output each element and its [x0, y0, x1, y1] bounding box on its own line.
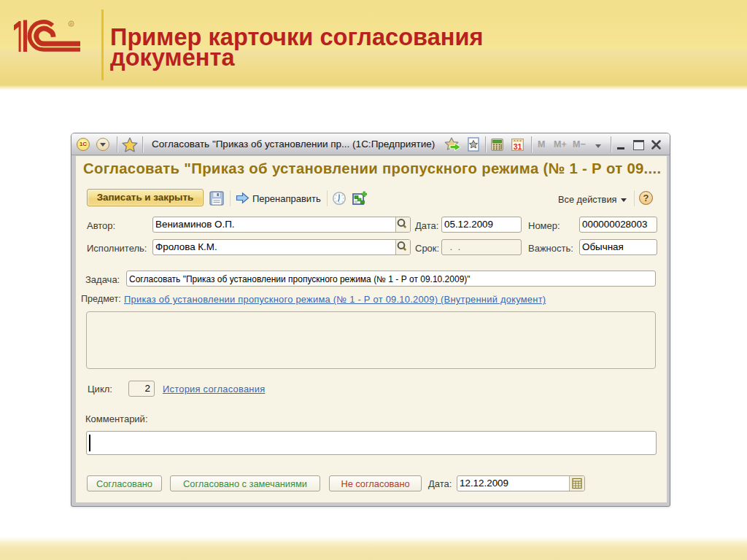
svg-text:31: 31: [514, 142, 522, 151]
svg-text:R: R: [70, 22, 73, 26]
